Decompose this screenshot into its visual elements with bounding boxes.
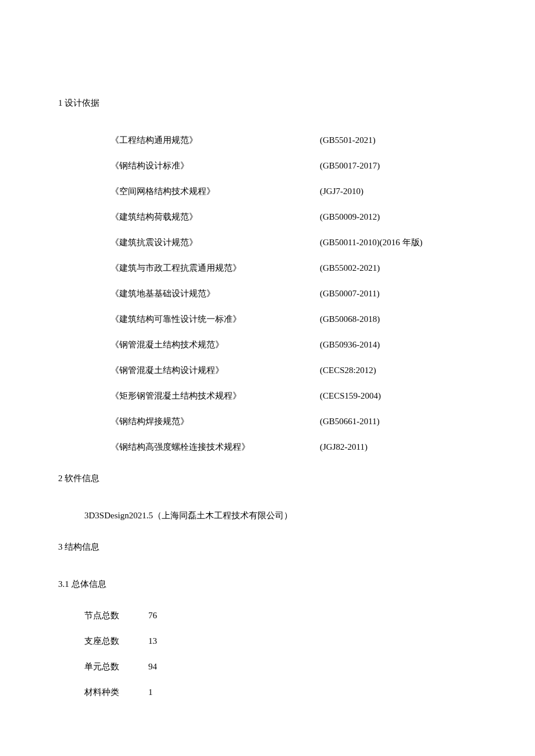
summary-value: 76 [148,608,157,622]
standard-code: (JGJ82-2011) [320,440,368,454]
standard-code: (JGJ7-2010) [320,184,363,198]
standard-name: 《钢管混凝土结构设计规程》 [110,363,320,377]
standard-row: 《空间网格结构技术规程》 (JGJ7-2010) [110,184,477,198]
standard-name: 《建筑与市政工程抗震通用规范》 [110,261,320,275]
summary-list: 节点总数 76 支座总数 13 单元总数 94 材料种类 1 [84,608,477,699]
section-3-1-heading: 3.1 总体信息 [58,577,477,591]
standard-code: (GB50936-2014) [320,338,380,352]
standard-row: 《建筑结构可靠性设计统一标准》 (GB50068-2018) [110,312,477,326]
section-1-heading: 1 设计依据 [58,96,477,110]
standard-row: 《钢结构焊接规范》 (GB50661-2011) [110,414,477,428]
summary-label: 材料种类 [84,685,148,699]
summary-row: 支座总数 13 [84,634,477,648]
software-info-text: 3D3SDesign2021.5（上海同磊土木工程技术有限公司） [84,508,477,522]
standards-list: 《工程结构通用规范》 (GB5501-2021) 《钢结构设计标准》 (GB50… [110,133,477,454]
standard-name: 《建筑抗震设计规范》 [110,235,320,249]
standard-code: (GB50011-2010)(2016 年版) [320,235,423,249]
section-2-heading: 2 软件信息 [58,471,477,485]
summary-label: 单元总数 [84,660,148,673]
standard-code: (GB50661-2011) [320,414,380,428]
summary-value: 13 [148,634,157,648]
standard-code: (GB50017-2017) [320,159,380,173]
standard-row: 《建筑抗震设计规范》 (GB50011-2010)(2016 年版) [110,235,477,249]
standard-row: 《建筑地基基础设计规范》 (GB50007-2011) [110,286,477,300]
standard-name: 《空间网格结构技术规程》 [110,184,320,198]
standard-name: 《建筑结构可靠性设计统一标准》 [110,312,320,326]
standard-row: 《工程结构通用规范》 (GB5501-2021) [110,133,477,147]
standard-row: 《钢管混凝土结构设计规程》 (CECS28:2012) [110,363,477,377]
summary-value: 94 [148,660,157,673]
standard-code: (GB5501-2021) [320,133,376,147]
standard-name: 《钢结构设计标准》 [110,159,320,173]
standard-row: 《建筑与市政工程抗震通用规范》 (GB55002-2021) [110,261,477,275]
standard-row: 《矩形钢管混凝土结构技术规程》 (CECS159-2004) [110,389,477,403]
standard-code: (GB55002-2021) [320,261,380,275]
standard-code: (CECS28:2012) [320,363,376,377]
standard-name: 《矩形钢管混凝土结构技术规程》 [110,389,320,403]
standard-name: 《钢结构焊接规范》 [110,414,320,428]
summary-row: 节点总数 76 [84,608,477,622]
summary-label: 支座总数 [84,634,148,648]
standard-row: 《建筑结构荷载规范》 (GB50009-2012) [110,210,477,224]
standard-name: 《钢管混凝土结构技术规范》 [110,338,320,352]
standard-name: 《建筑地基基础设计规范》 [110,286,320,300]
standard-row: 《钢结构设计标准》 (GB50017-2017) [110,159,477,173]
standard-name: 《工程结构通用规范》 [110,133,320,147]
standard-code: (CECS159-2004) [320,389,381,403]
standard-code: (GB50068-2018) [320,312,380,326]
standard-row: 《钢管混凝土结构技术规范》 (GB50936-2014) [110,338,477,352]
standard-name: 《建筑结构荷载规范》 [110,210,320,224]
summary-row: 材料种类 1 [84,685,477,699]
summary-row: 单元总数 94 [84,660,477,673]
standard-name: 《钢结构高强度螺栓连接技术规程》 [110,440,320,454]
standard-code: (GB50007-2011) [320,286,380,300]
section-3-heading: 3 结构信息 [58,540,477,554]
summary-value: 1 [148,685,153,699]
summary-label: 节点总数 [84,608,148,622]
standard-row: 《钢结构高强度螺栓连接技术规程》 (JGJ82-2011) [110,440,477,454]
standard-code: (GB50009-2012) [320,210,380,224]
